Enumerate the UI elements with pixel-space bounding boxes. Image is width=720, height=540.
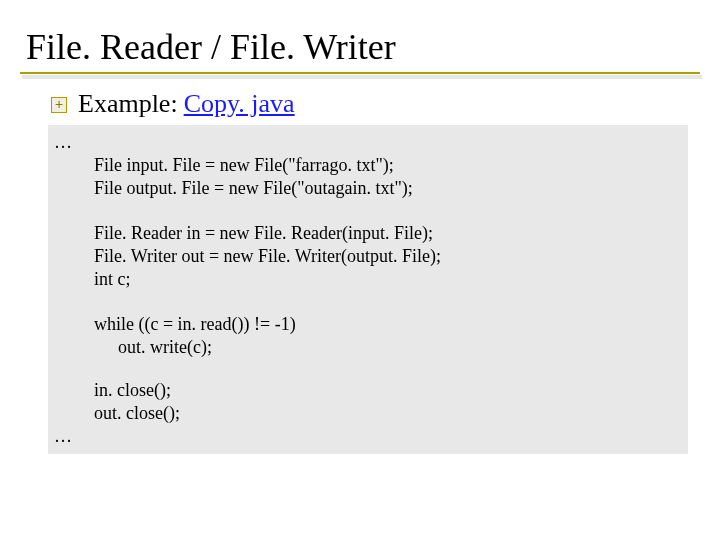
- code-block-1: File input. File = new File("farrago. tx…: [94, 154, 678, 200]
- title-underline: [20, 72, 700, 74]
- expand-box-icon: [48, 94, 70, 114]
- slide: File. Reader / File. Writer Example: Cop…: [0, 0, 720, 540]
- code-block-2: File. Reader in = new File. Reader(input…: [94, 222, 678, 291]
- example-bullet-line: Example: Copy. java: [20, 89, 700, 119]
- example-label: Example:: [78, 89, 178, 119]
- code-while-body: out. write(c);: [118, 336, 678, 359]
- ellipsis-top: …: [54, 131, 678, 154]
- example-link[interactable]: Copy. java: [184, 89, 295, 119]
- code-while-head: while ((c = in. read()) != -1): [94, 313, 678, 336]
- code-box: … File input. File = new File("farrago. …: [48, 125, 688, 454]
- ellipsis-bottom: …: [54, 425, 678, 448]
- code-block-4: in. close(); out. close();: [94, 379, 678, 425]
- page-title: File. Reader / File. Writer: [20, 26, 700, 68]
- title-underline-shadow: [22, 75, 702, 79]
